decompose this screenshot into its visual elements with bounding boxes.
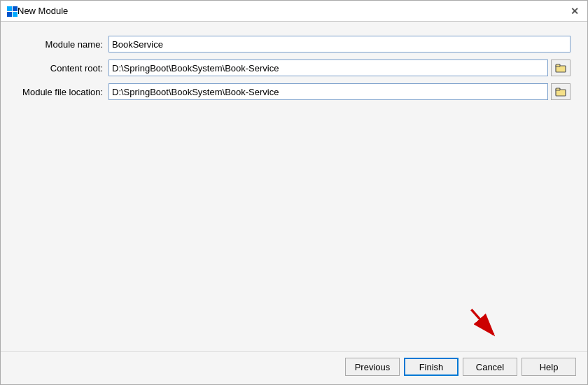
module-file-location-label: Module file location:	[18, 87, 108, 97]
module-file-location-input[interactable]	[108, 83, 548, 100]
content-root-row: Content root:	[18, 59, 570, 76]
title-bar: New Module ✕	[1, 1, 587, 22]
module-file-location-row: Module file location:	[18, 83, 570, 100]
arrow-area	[18, 307, 570, 344]
content-root-browse-button[interactable]	[551, 59, 570, 76]
module-file-location-input-wrapper	[108, 83, 570, 100]
close-button[interactable]: ✕	[568, 4, 582, 18]
module-name-input[interactable]	[108, 36, 570, 52]
module-name-row: Module name:	[18, 36, 570, 52]
previous-button[interactable]: Previous	[345, 358, 400, 376]
content-root-input[interactable]	[108, 59, 548, 76]
svg-rect-7	[556, 88, 560, 90]
help-button[interactable]: Help	[522, 358, 576, 376]
svg-rect-1	[13, 6, 18, 11]
svg-rect-2	[7, 12, 12, 17]
svg-rect-3	[13, 12, 18, 17]
content-root-input-wrapper	[108, 59, 570, 76]
module-file-location-browse-button[interactable]	[551, 83, 570, 100]
module-name-label: Module name:	[18, 39, 108, 50]
form-area: Module name: Content root:	[18, 36, 570, 100]
svg-line-9	[471, 309, 493, 335]
window-title: New Module	[18, 6, 568, 16]
dialog-window: New Module ✕ Module name: Content root:	[0, 0, 588, 385]
module-name-input-wrapper	[108, 36, 570, 52]
button-bar: Previous Finish Cancel Help	[1, 351, 587, 384]
finish-button[interactable]: Finish	[404, 358, 458, 376]
svg-rect-5	[556, 64, 560, 66]
dialog-content: Module name: Content root:	[1, 22, 587, 351]
finish-arrow-indicator	[465, 307, 500, 342]
app-icon	[6, 6, 18, 17]
content-root-label: Content root:	[18, 63, 108, 74]
cancel-button[interactable]: Cancel	[463, 358, 517, 376]
svg-rect-0	[7, 6, 12, 11]
